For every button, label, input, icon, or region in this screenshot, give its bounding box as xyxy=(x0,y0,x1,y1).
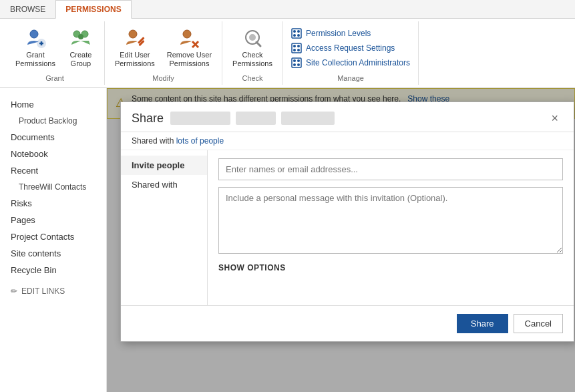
sidebar-item-project-contacts[interactable]: Project Contacts xyxy=(0,228,106,245)
create-group-label: CreateGroup xyxy=(69,51,91,68)
site-collection-icon xyxy=(291,57,302,68)
main-layout: Home Product Backlog Documents Notebook … xyxy=(0,88,575,392)
permission-levels-icon xyxy=(291,28,302,39)
svg-rect-26 xyxy=(292,58,301,67)
svg-line-15 xyxy=(256,42,260,46)
ribbon-group-modify: Edit UserPermissions Remove UserPermissi… xyxy=(105,21,222,85)
svg-point-10 xyxy=(183,30,191,38)
remove-user-permissions-label: Remove UserPermissions xyxy=(167,51,212,68)
sidebar-item-recent[interactable]: Recent xyxy=(0,162,106,179)
lots-of-people-link[interactable]: lots of people xyxy=(176,136,224,146)
sidebar-item-documents[interactable]: Documents xyxy=(0,129,106,146)
blurred-block-3 xyxy=(281,112,335,125)
ribbon-group-grant: GrantPermissions CreateGroup xyxy=(5,21,105,85)
main-content: ⚠ Some content on this site has differen… xyxy=(107,88,575,392)
pencil-icon: ✏ xyxy=(11,286,17,296)
modal-nav-shared-with[interactable]: Shared with xyxy=(121,175,207,194)
svg-rect-16 xyxy=(292,29,301,38)
site-collection-administrators-label: Site Collection Administrators xyxy=(306,58,410,67)
sidebar-item-product-backlog[interactable]: Product Backlog xyxy=(0,113,106,129)
svg-point-27 xyxy=(293,59,296,62)
cancel-button[interactable]: Cancel xyxy=(514,314,563,333)
remove-user-icon xyxy=(178,27,200,49)
sidebar-item-notebook[interactable]: Notebook xyxy=(0,146,106,162)
svg-point-18 xyxy=(297,30,300,33)
modal-body: Invite people Shared with SHOW OPTIONS xyxy=(121,150,574,305)
edit-links-label: EDIT LINKS xyxy=(21,286,65,296)
svg-point-17 xyxy=(293,30,296,33)
ribbon-group-manage: Permission Levels Access Request Setting… xyxy=(283,21,419,85)
access-request-settings-link[interactable]: Access Request Settings xyxy=(289,41,413,55)
svg-point-14 xyxy=(249,34,256,41)
site-collection-administrators-link[interactable]: Site Collection Administrators xyxy=(289,56,413,69)
sidebar-item-site-contents[interactable]: Site contents xyxy=(0,245,106,262)
edit-user-icon xyxy=(124,27,146,49)
invite-people-input[interactable] xyxy=(218,158,563,180)
tab-permissions[interactable]: PERMISSIONS xyxy=(55,0,131,19)
svg-point-29 xyxy=(293,63,296,66)
edit-user-permissions-label: Edit UserPermissions xyxy=(115,51,155,68)
modal-form: SHOW OPTIONS xyxy=(208,150,574,305)
svg-point-28 xyxy=(297,59,300,62)
modify-group-label: Modify xyxy=(110,74,216,82)
svg-point-23 xyxy=(297,45,300,47)
svg-point-24 xyxy=(293,49,296,51)
create-group-button[interactable]: CreateGroup xyxy=(63,24,99,71)
ribbon: BROWSE PERMISSIONS GrantPermis xyxy=(0,0,575,88)
modal-title-blurred xyxy=(170,112,335,125)
modal-close-button[interactable]: × xyxy=(546,110,563,126)
grant-permissions-button[interactable]: GrantPermissions xyxy=(11,24,60,71)
show-options-button[interactable]: SHOW OPTIONS xyxy=(218,263,563,272)
edit-user-permissions-button[interactable]: Edit UserPermissions xyxy=(110,24,160,71)
remove-user-permissions-button[interactable]: Remove UserPermissions xyxy=(162,24,216,71)
check-group-label: Check xyxy=(228,74,277,82)
sidebar-item-home[interactable]: Home xyxy=(0,96,106,113)
svg-point-20 xyxy=(297,34,300,37)
grant-permissions-label: GrantPermissions xyxy=(15,51,55,68)
ribbon-tabs: BROWSE PERMISSIONS xyxy=(0,0,575,19)
modal-title-text: Share xyxy=(132,112,164,126)
grant-group-label: Grant xyxy=(11,74,99,82)
access-request-icon xyxy=(291,43,302,53)
personal-message-input[interactable] xyxy=(218,187,563,254)
modal-title: Share xyxy=(132,112,335,126)
blurred-block-1 xyxy=(170,112,230,125)
check-icon xyxy=(242,27,263,49)
svg-point-7 xyxy=(129,30,137,38)
modal-footer: Share Cancel xyxy=(121,305,574,341)
modal-overlay: Share × Shared with lots of people xyxy=(107,88,575,392)
svg-point-0 xyxy=(30,30,38,38)
permission-levels-link[interactable]: Permission Levels xyxy=(289,27,413,40)
edit-links-button[interactable]: ✏ EDIT LINKS xyxy=(0,278,106,304)
modal-nav-invite-people[interactable]: Invite people xyxy=(121,156,207,175)
modal-nav: Invite people Shared with xyxy=(121,150,208,305)
ribbon-group-check: CheckPermissions Check xyxy=(222,21,283,85)
sidebar: Home Product Backlog Documents Notebook … xyxy=(0,88,107,392)
sidebar-item-recycle-bin[interactable]: Recycle Bin xyxy=(0,262,106,278)
svg-point-6 xyxy=(78,34,83,39)
svg-point-22 xyxy=(293,45,296,47)
permission-levels-label: Permission Levels xyxy=(306,29,371,38)
svg-point-30 xyxy=(297,63,300,66)
access-request-settings-label: Access Request Settings xyxy=(306,43,395,53)
tab-browse[interactable]: BROWSE xyxy=(0,0,55,19)
svg-rect-21 xyxy=(292,43,301,53)
check-permissions-button[interactable]: CheckPermissions xyxy=(228,24,277,71)
grant-icon xyxy=(25,27,46,49)
sidebar-item-risks[interactable]: Risks xyxy=(0,195,106,212)
sidebar-item-threewill-contacts[interactable]: ThreeWill Contacts xyxy=(0,179,106,195)
share-button[interactable]: Share xyxy=(457,314,508,333)
modal-shared-with: Shared with lots of people xyxy=(121,132,574,150)
modal-header: Share × xyxy=(121,102,574,132)
ribbon-content: GrantPermissions CreateGroup xyxy=(0,19,575,87)
group-icon xyxy=(70,27,91,49)
blurred-block-2 xyxy=(236,112,276,125)
svg-point-19 xyxy=(293,34,296,37)
svg-point-25 xyxy=(297,49,300,51)
sidebar-item-pages[interactable]: Pages xyxy=(0,212,106,228)
shared-with-prefix: Shared with xyxy=(132,136,176,146)
check-permissions-label: CheckPermissions xyxy=(232,51,272,68)
manage-group-label: Manage xyxy=(289,74,413,82)
share-modal: Share × Shared with lots of people xyxy=(120,102,574,342)
